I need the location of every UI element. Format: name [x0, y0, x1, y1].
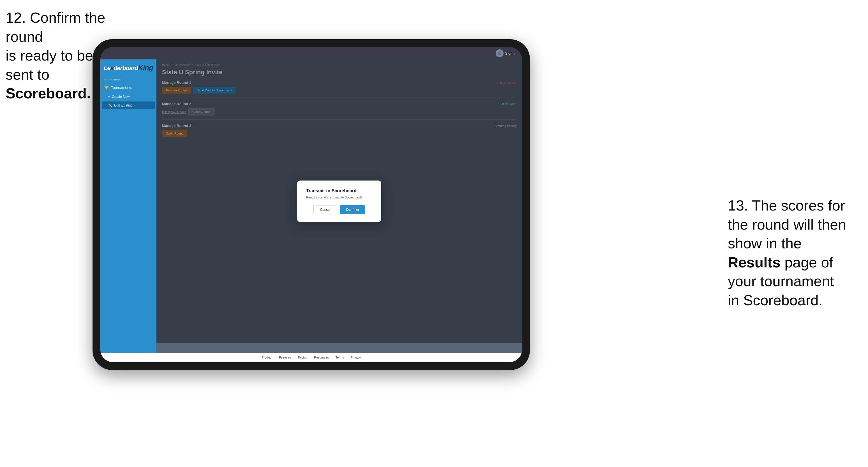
page-content: Home > Tournaments > State U Spring Invi… — [156, 59, 522, 353]
menu-label: MAIN MENU — [100, 76, 156, 83]
footer: Product Features Pricing Resources Terms… — [100, 353, 522, 362]
modal-dialog: Transmit to Scoreboard Ready to send thi… — [297, 181, 381, 222]
logo-area: LeaderboardKing — [100, 59, 156, 76]
footer-privacy[interactable]: Privacy — [351, 356, 361, 359]
main-content-area: LeaderboardKing MAIN MENU 🏆 Tournaments … — [100, 59, 522, 353]
plus-icon: + — [108, 95, 110, 99]
sign-in-button[interactable]: Sign In — [505, 51, 517, 56]
modal-title: Transmit to Scoreboard — [306, 188, 372, 193]
modal-confirm-button[interactable]: Confirm — [340, 205, 365, 214]
tablet-screen: 👤 Sign In LeaderboardKing MAIN MENU 🏆 To… — [100, 47, 522, 362]
modal-cancel-button[interactable]: Cancel — [313, 205, 337, 214]
logo: LeaderboardKing — [104, 63, 153, 72]
tournaments-label: Tournaments — [111, 86, 132, 90]
footer-resources[interactable]: Resources — [314, 356, 329, 359]
trophy-icon: 🏆 — [104, 86, 109, 90]
create-new-label: Create New — [112, 95, 129, 99]
sidebar-item-edit-existing[interactable]: ✏️ Edit Existing — [102, 101, 155, 109]
modal-overlay: Transmit to Scoreboard Ready to send thi… — [156, 59, 522, 343]
instruction-line2: is ready to be sent to — [6, 48, 93, 83]
modal-buttons: Cancel Confirm — [306, 205, 372, 214]
instruction-line1: 12. Confirm the round — [6, 9, 105, 45]
instruction-bottom: 13. The scores forthe round will thensho… — [728, 196, 862, 310]
modal-subtitle: Ready to send this round to Scoreboard? — [306, 196, 372, 199]
footer-pricing[interactable]: Pricing — [298, 356, 308, 359]
instruction-line3: Scoreboard. — [6, 85, 91, 101]
tablet-frame: 👤 Sign In LeaderboardKing MAIN MENU 🏆 To… — [93, 39, 530, 370]
sidebar-item-create-new[interactable]: + Create New — [100, 93, 156, 101]
sign-in-label: Sign In — [505, 51, 517, 56]
sidebar-item-tournaments[interactable]: 🏆 Tournaments — [100, 83, 156, 93]
footer-terms[interactable]: Terms — [336, 356, 344, 359]
footer-features[interactable]: Features — [279, 356, 291, 359]
edit-existing-label: Edit Existing — [114, 103, 133, 107]
footer-product[interactable]: Product — [261, 356, 272, 359]
sidebar: LeaderboardKing MAIN MENU 🏆 Tournaments … — [100, 59, 156, 353]
edit-icon: ✏️ — [108, 103, 113, 107]
top-bar: 👤 Sign In — [100, 47, 522, 59]
avatar: 👤 — [496, 49, 503, 57]
